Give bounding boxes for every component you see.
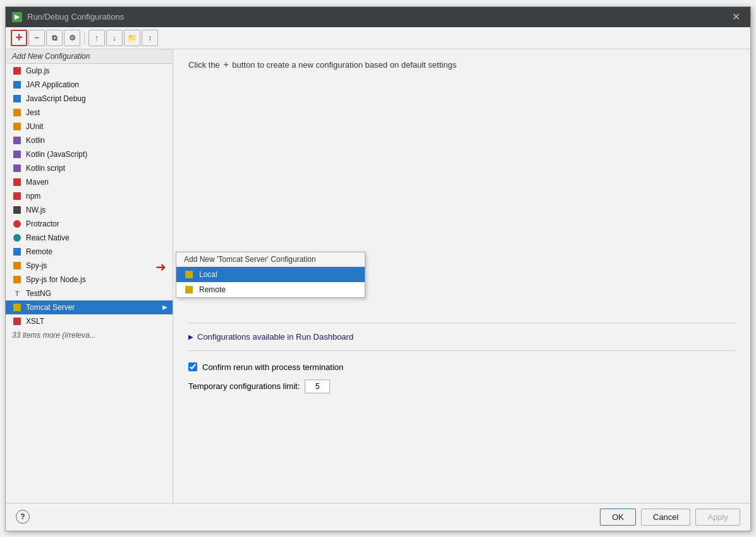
spyjs-label: Spy-js — [26, 261, 47, 270]
red-arrow-indicator: ➜ — [155, 259, 166, 275]
local-icon — [184, 269, 194, 280]
nwjs-icon — [12, 205, 22, 215]
toolbar-divider — [84, 32, 85, 44]
list-item[interactable]: T TestNG — [6, 287, 173, 300]
temp-limit-input[interactable] — [305, 380, 330, 393]
react-native-label: React Native — [26, 233, 70, 242]
list-item[interactable]: Protractor — [6, 217, 173, 231]
list-item[interactable]: Spy-js — [6, 259, 173, 273]
junit-label: JUnit — [26, 122, 43, 131]
copy-button[interactable]: ⧉ — [46, 30, 63, 46]
list-item[interactable]: JavaScript Debug — [6, 92, 173, 106]
submenu-remote-item[interactable]: Remote — [176, 282, 365, 297]
kotlin-js-label: Kotlin (JavaScript) — [26, 150, 87, 159]
list-item[interactable]: Kotlin (JavaScript) — [6, 147, 173, 161]
list-item[interactable]: JAR Application — [6, 78, 173, 92]
submenu-local-item[interactable]: Local — [176, 267, 365, 282]
jest-icon — [12, 108, 22, 118]
confirm-rerun-checkbox[interactable] — [188, 362, 197, 371]
spyjs-node-icon — [12, 275, 22, 285]
add-new-label: Add New Configuration — [6, 49, 173, 64]
kotlin-js-icon — [12, 149, 22, 159]
submenu-remote-label: Remote — [199, 285, 226, 294]
hint-suffix: button to create a new configuration bas… — [232, 60, 456, 70]
help-button[interactable]: ? — [16, 510, 30, 524]
submenu-header: Add New 'Tomcat Server' Configuration — [176, 252, 365, 267]
maven-label: Maven — [26, 178, 49, 187]
toolbar: + − ⧉ ⚙ ↑ ↓ 📁 ↕ — [6, 27, 750, 49]
apply-button[interactable]: Apply — [695, 509, 740, 526]
left-panel: Add New Configuration Gulp.js JAR Applic… — [6, 49, 173, 503]
gulpjs-label: Gulp.js — [26, 66, 49, 75]
more-items-item[interactable]: 33 items more (irreleva... — [6, 328, 173, 342]
list-item[interactable]: Maven — [6, 175, 173, 189]
list-item[interactable]: XSLT — [6, 314, 173, 328]
jsdebug-icon — [12, 94, 22, 104]
npm-label: npm — [26, 192, 40, 201]
list-item[interactable]: Kotlin — [6, 133, 173, 147]
tomcat-icon — [12, 302, 22, 312]
bottom-left: ? — [16, 510, 30, 524]
expand-icon: ▶ — [188, 333, 193, 340]
remove-button[interactable]: − — [28, 30, 45, 46]
jsdebug-label: JavaScript Debug — [26, 94, 86, 103]
remote-label: Remote — [26, 247, 52, 256]
kotlin-script-label: Kotlin script — [26, 164, 65, 173]
content-area: Add New Configuration Gulp.js JAR Applic… — [6, 49, 750, 503]
run-debug-dialog: ▶ Run/Debug Configurations ✕ + − ⧉ ⚙ ↑ ↓… — [5, 6, 751, 531]
npm-icon — [12, 191, 22, 201]
kotlin-icon — [12, 135, 22, 145]
settings-button[interactable]: ⚙ — [64, 30, 80, 46]
config-list: Gulp.js JAR Application JavaScript Debug… — [6, 64, 173, 503]
list-item[interactable]: Jest — [6, 106, 173, 120]
kotlin-label: Kotlin — [26, 136, 45, 145]
testng-label: TestNG — [26, 289, 51, 298]
hint-text: Click the + button to create a new confi… — [188, 59, 735, 70]
kotlin-script-icon — [12, 163, 22, 173]
tomcat-server-item[interactable]: Tomcat Server ▶ — [6, 300, 173, 314]
confirm-rerun-row: Confirm rerun with process termination — [188, 357, 735, 377]
jar-label: JAR Application — [26, 80, 79, 89]
title-bar: ▶ Run/Debug Configurations ✕ — [6, 7, 750, 27]
tomcat-label: Tomcat Server — [26, 303, 75, 312]
ok-button[interactable]: OK — [600, 509, 636, 526]
plus-icon: + — [223, 59, 228, 70]
close-button[interactable]: ✕ — [728, 9, 744, 24]
confirm-rerun-label: Confirm rerun with process termination — [202, 362, 343, 372]
list-item[interactable]: npm — [6, 189, 173, 203]
bottom-bar: ? OK Cancel Apply — [6, 503, 750, 531]
add-button[interactable]: + — [11, 30, 27, 46]
sort-button[interactable]: ↕ — [142, 30, 158, 46]
list-item[interactable]: Kotlin script — [6, 161, 173, 175]
folder-button[interactable]: 📁 — [124, 30, 140, 46]
junit-icon — [12, 121, 22, 132]
xslt-icon — [12, 316, 22, 326]
protractor-label: Protractor — [26, 219, 59, 228]
configs-section-label: Configurations available in Run Dashboar… — [197, 332, 353, 342]
list-item[interactable]: Gulp.js — [6, 64, 173, 78]
list-item[interactable]: Remote — [6, 245, 173, 259]
section-divider2 — [188, 350, 735, 351]
list-item[interactable]: JUnit — [6, 120, 173, 133]
temp-limit-label: Temporary configurations limit: — [188, 381, 300, 391]
hint-prefix: Click the — [188, 60, 220, 70]
remote-tomcat-icon — [184, 285, 194, 295]
tomcat-submenu: Add New 'Tomcat Server' Configuration Lo… — [176, 252, 365, 298]
jar-icon — [12, 80, 22, 90]
gulpjs-icon — [12, 66, 22, 76]
temp-limit-row: Temporary configurations limit: — [188, 377, 735, 396]
xslt-label: XSLT — [26, 317, 44, 326]
list-item[interactable]: NW.js — [6, 203, 173, 217]
cancel-button[interactable]: Cancel — [641, 509, 690, 526]
list-item[interactable]: React Native — [6, 231, 173, 245]
configs-section-header[interactable]: ▶ Configurations available in Run Dashbo… — [188, 330, 735, 344]
remote-icon — [12, 247, 22, 257]
list-item[interactable]: Spy-js for Node.js — [6, 273, 173, 287]
more-items-label: 33 items more (irreleva... — [12, 331, 96, 340]
nwjs-label: NW.js — [26, 206, 46, 214]
dialog-icon: ▶ — [12, 12, 22, 22]
bottom-right: OK Cancel Apply — [600, 509, 740, 526]
move-up-button[interactable]: ↑ — [88, 30, 105, 46]
protractor-icon — [12, 219, 22, 229]
move-down-button[interactable]: ↓ — [106, 30, 123, 46]
